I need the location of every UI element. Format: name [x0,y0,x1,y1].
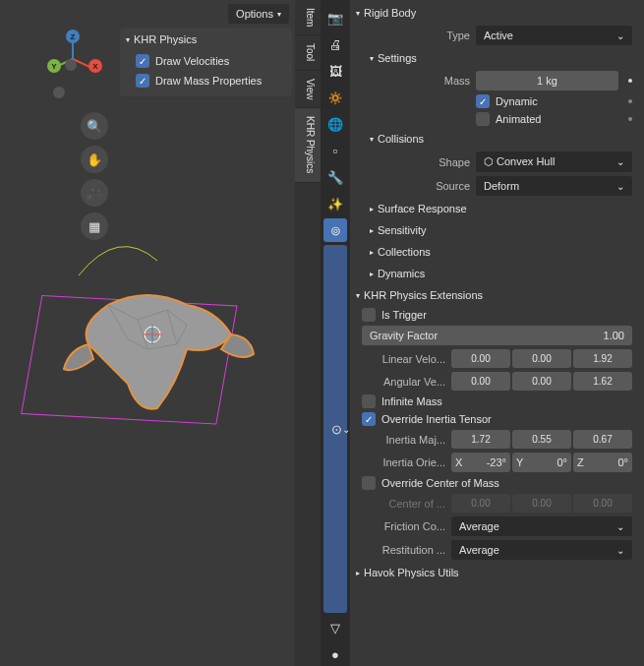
particles-tab-icon[interactable]: ✨ [323,192,347,215]
animated-checkbox[interactable] [476,112,490,126]
inertia-orientation-fields[interactable]: X-23°Y0°Z0° [451,453,632,472]
options-dropdown[interactable]: Options [228,4,289,24]
pan-icon[interactable]: ✋ [81,146,108,173]
properties-panel[interactable]: Rigid Body TypeActive Settings Mass1 kg … [350,0,644,666]
camera-icon[interactable]: 🎥 [81,179,108,207]
axis-y-icon[interactable]: Y [47,59,61,73]
zoom-icon[interactable]: 🔍 [81,112,108,140]
n-panel-tabs: Item Tool View KHR Physics [295,0,321,666]
axis-z-icon[interactable]: Z [66,30,80,43]
linear-velocity-fields[interactable]: 0.000.001.92 [451,349,632,368]
properties-tab-bar: 📷 🖨 🖼 🔅 🌐 ▫ 🔧 ✨ ⊚ ⊙ ▽ ● [321,0,350,666]
shape-dropdown[interactable]: ⬡ Convex Hull [476,151,632,172]
type-dropdown[interactable]: Active [476,26,632,45]
axis-x-icon[interactable]: X [88,59,102,73]
data-tab-icon[interactable]: ▽ [323,616,347,639]
source-dropdown[interactable]: Deform [476,176,632,196]
override-inertia-checkbox[interactable] [362,412,376,426]
viewport-tools: 🔍 ✋ 🎥 ▦ [81,112,108,240]
surface-response-header[interactable]: Surface Response [352,198,636,219]
is-trigger-checkbox[interactable] [362,308,376,322]
infinite-mass-checkbox[interactable] [362,394,376,408]
inertia-major-fields[interactable]: 1.720.550.67 [451,430,632,449]
viewlayer-tab-icon[interactable]: 🖼 [323,59,347,83]
constraints-tab-icon[interactable]: ⊙ [323,245,347,613]
output-tab-icon[interactable]: 🖨 [323,32,347,56]
perspective-icon[interactable]: ▦ [81,212,108,240]
dynamic-checkbox[interactable] [476,94,490,108]
center-of-mass-fields: 0.000.000.00 [451,494,632,513]
render-tab-icon[interactable]: 📷 [323,6,347,30]
draw-mass-props-label: Draw Mass Properties [155,75,262,87]
havok-header[interactable]: Havok Physics Utils [352,562,636,583]
restitution-dropdown[interactable]: Average [451,540,632,560]
tab-tool[interactable]: Tool [295,35,321,70]
world-tab-icon[interactable]: 🌐 [323,112,347,136]
collisions-header[interactable]: Collisions [352,128,636,150]
gravity-factor-field[interactable]: Gravity Factor1.00 [362,326,632,345]
dynamics-header[interactable]: Dynamics [352,263,636,284]
friction-dropdown[interactable]: Average [451,516,632,536]
object-tab-icon[interactable]: ▫ [323,139,347,162]
modifiers-tab-icon[interactable]: 🔧 [323,165,347,189]
axis-neg-icon[interactable] [65,59,77,71]
tab-khr-physics[interactable]: KHR Physics [295,108,321,182]
tab-view[interactable]: View [295,71,321,109]
settings-header[interactable]: Settings [352,47,636,69]
draw-mass-props-checkbox[interactable] [136,74,149,88]
draw-velocities-label: Draw Velocities [155,55,229,67]
material-tab-icon[interactable]: ● [323,642,347,666]
tab-item[interactable]: Item [295,0,321,35]
nav-gizmo[interactable]: X Y Z [43,30,102,89]
khr-extensions-header[interactable]: KHR Physics Extensions [352,284,636,306]
axis-neg-icon[interactable] [53,87,65,98]
physics-tab-icon[interactable]: ⊚ [323,218,347,242]
viewport-3d[interactable]: Options KHR Physics Draw Velocities Draw… [0,0,295,666]
sensitivity-header[interactable]: Sensitivity [352,219,636,241]
scene-tab-icon[interactable]: 🔅 [323,86,347,109]
mesh-object[interactable] [39,256,275,453]
draw-velocities-checkbox[interactable] [136,54,149,68]
angular-velocity-fields[interactable]: 0.000.001.62 [451,372,632,391]
collections-header[interactable]: Collections [352,241,636,263]
mass-field[interactable]: 1 kg [476,71,618,91]
rigid-body-header[interactable]: Rigid Body [352,2,636,24]
khr-panel-header[interactable]: KHR Physics [126,33,286,45]
khr-physics-overlay-panel: KHR Physics Draw Velocities Draw Mass Pr… [120,28,292,96]
override-com-checkbox[interactable] [362,476,376,490]
